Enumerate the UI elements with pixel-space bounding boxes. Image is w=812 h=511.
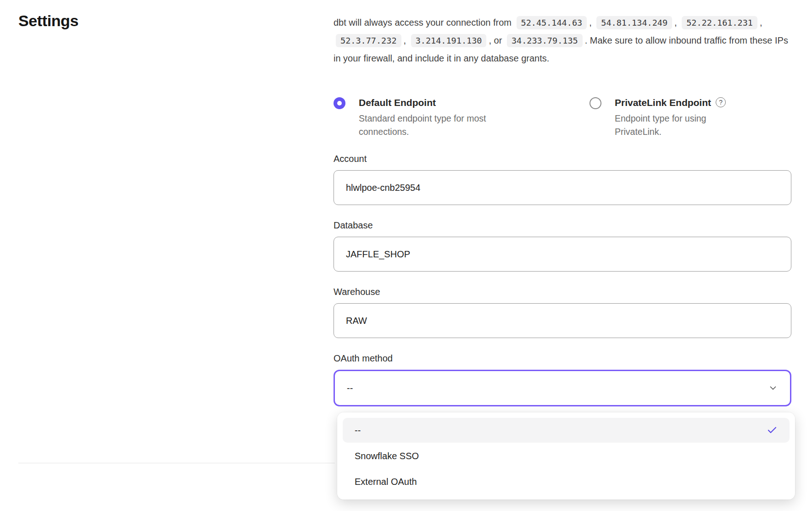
radio-selected-icon[interactable] xyxy=(334,97,345,109)
warehouse-label: Warehouse xyxy=(334,287,791,297)
database-label: Database xyxy=(334,220,791,231)
endpoint-option-privatelink-text: PrivateLink Endpoint? Endpoint type for … xyxy=(615,96,741,139)
oauth-method-value: -- xyxy=(347,383,353,394)
oauth-method-dropdown: --Snowflake SSOExternal OAuth xyxy=(337,412,795,500)
ip-chip: 3.214.191.130 xyxy=(411,34,487,47)
endpoint-option-privatelink[interactable]: PrivateLink Endpoint? Endpoint type for … xyxy=(590,96,741,139)
endpoint-option-label: PrivateLink Endpoint? xyxy=(615,96,741,109)
account-field: Account xyxy=(334,154,791,205)
page-title: Settings xyxy=(18,12,78,30)
help-icon[interactable]: ? xyxy=(716,97,726,107)
section-divider xyxy=(18,463,335,463)
ip-allowlist-note: dbt will always access your connection f… xyxy=(334,14,791,67)
account-input[interactable] xyxy=(334,170,791,205)
dropdown-option-label: Snowflake SSO xyxy=(355,451,419,461)
oauth-method-field: OAuth method -- --Snowflake SSOExternal … xyxy=(334,353,791,406)
connection-settings-panel: dbt will always access your connection f… xyxy=(334,14,791,406)
endpoint-option-default-text: Default Endpoint Standard endpoint type … xyxy=(359,96,529,139)
endpoint-option-description: Endpoint type for using PrivateLink. xyxy=(615,112,741,139)
dropdown-option-label: -- xyxy=(355,425,361,436)
radio-unselected-icon[interactable] xyxy=(590,97,601,109)
oauth-method-label: OAuth method xyxy=(334,353,791,364)
endpoint-option-default[interactable]: Default Endpoint Standard endpoint type … xyxy=(334,96,590,139)
ip-chip: 52.3.77.232 xyxy=(336,34,401,47)
database-input[interactable] xyxy=(334,237,791,272)
chevron-down-icon xyxy=(768,383,778,393)
warehouse-field: Warehouse xyxy=(334,287,791,338)
database-field: Database xyxy=(334,220,791,272)
endpoint-option-label-text: PrivateLink Endpoint xyxy=(615,97,711,108)
dropdown-option-label: External OAuth xyxy=(355,477,417,487)
ip-chip: 52.22.161.231 xyxy=(682,16,757,29)
check-icon xyxy=(767,425,778,436)
endpoint-type-group: Default Endpoint Standard endpoint type … xyxy=(334,96,791,139)
account-label: Account xyxy=(334,154,791,164)
endpoint-option-description: Standard endpoint type for most connecti… xyxy=(359,112,529,139)
ip-chip: 34.233.79.135 xyxy=(507,34,583,47)
dropdown-option[interactable]: External OAuth xyxy=(343,469,790,494)
warehouse-input[interactable] xyxy=(334,303,791,338)
ip-chip: 54.81.134.249 xyxy=(596,16,672,29)
endpoint-option-label: Default Endpoint xyxy=(359,96,529,109)
oauth-method-select[interactable]: -- xyxy=(334,370,791,406)
ip-chip: 52.45.144.63 xyxy=(517,16,587,29)
dropdown-option[interactable]: -- xyxy=(343,418,790,443)
dropdown-option[interactable]: Snowflake SSO xyxy=(343,444,790,468)
